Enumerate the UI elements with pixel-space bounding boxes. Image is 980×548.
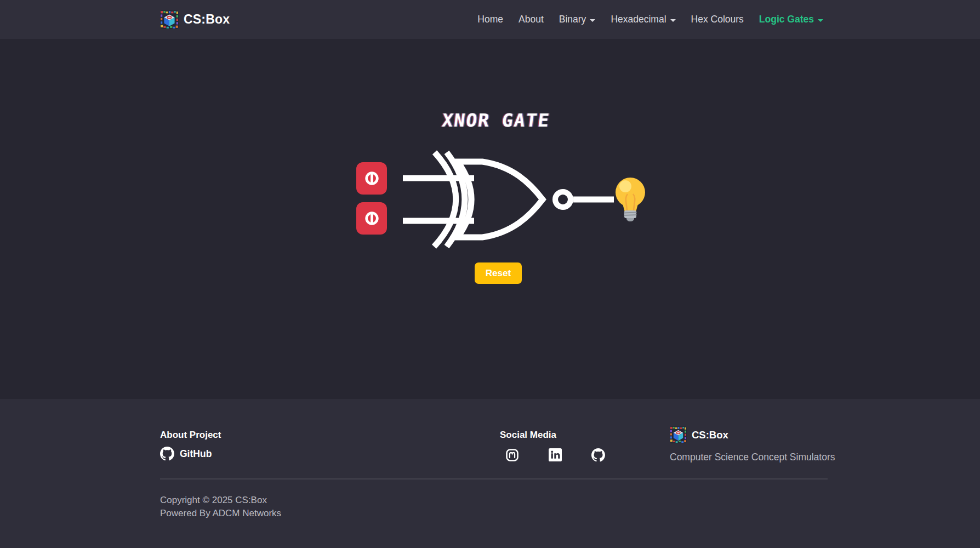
linkedin-icon <box>549 448 562 461</box>
nav-item-label: About <box>519 14 544 25</box>
footer-brand-column: CS:Box Computer Science Concept Simulato… <box>670 426 835 463</box>
linkedin-link[interactable] <box>549 448 562 464</box>
nav-item-label: Binary <box>559 14 586 25</box>
footer-about-column: About Project GitHub <box>160 430 221 461</box>
social-icons-row <box>505 448 609 464</box>
nav-item-logic-gates[interactable]: Logic Gates <box>759 14 823 25</box>
social-media-heading: Social Media <box>500 430 609 441</box>
chevron-down-icon <box>818 19 823 22</box>
github-link-label: GitHub <box>180 448 212 460</box>
footer-tagline: Computer Science Concept Simulators <box>670 452 835 463</box>
csbox-logo-icon <box>670 426 687 443</box>
github-project-link[interactable]: GitHub <box>160 447 221 461</box>
mastodon-icon <box>505 448 519 462</box>
footer-brand-name: CS:Box <box>692 429 728 441</box>
github-icon <box>591 448 605 462</box>
brand-name: CS:Box <box>184 12 230 27</box>
chevron-down-icon <box>670 19 676 22</box>
gate-title: XNOR GATE <box>339 110 654 131</box>
github-icon <box>160 447 174 461</box>
chevron-down-icon <box>590 19 595 22</box>
footer: About Project GitHub Social Media CS:Box <box>0 399 980 548</box>
github-social-link[interactable] <box>591 448 605 464</box>
input-b-toggle-button[interactable] <box>356 202 387 235</box>
footer-brand-row: CS:Box <box>670 426 835 443</box>
reset-button[interactable]: Reset <box>475 262 522 284</box>
nav-item-binary[interactable]: Binary <box>559 14 596 25</box>
power-icon <box>363 170 380 187</box>
input-a-toggle-button[interactable] <box>356 162 387 195</box>
gate-body <box>458 162 543 237</box>
nav-item-hexadecimal[interactable]: Hexadecimal <box>611 14 675 25</box>
nav-item-home[interactable]: Home <box>477 14 503 25</box>
brand-home-link[interactable]: CS:Box <box>160 10 230 29</box>
copyright-text: Copyright © 2025 CS:Box <box>160 494 281 507</box>
footer-divider <box>160 478 828 480</box>
power-icon <box>363 210 380 227</box>
main-nav: Home About Binary Hexadecimal Hex Colour… <box>477 14 823 25</box>
mastodon-link[interactable] <box>505 448 519 464</box>
nav-item-label: Logic Gates <box>759 14 814 25</box>
nav-item-hex-colours[interactable]: Hex Colours <box>691 14 744 25</box>
inversion-bubble <box>555 192 571 207</box>
nav-item-about[interactable]: About <box>519 14 544 25</box>
powered-by-text: Powered By ADCM Networks <box>160 507 281 520</box>
csbox-logo-icon <box>160 10 179 29</box>
about-project-heading: About Project <box>160 430 221 441</box>
nav-item-label: Hex Colours <box>691 14 744 25</box>
nav-item-label: Home <box>477 14 503 25</box>
lightbulb-on-icon <box>614 176 647 222</box>
footer-social-column: Social Media <box>500 430 609 464</box>
footer-copyright-block: Copyright © 2025 CS:Box Powered By ADCM … <box>160 494 281 520</box>
csbox-logic-gate-page: CS:Box Home About Binary Hexadecimal Hex… <box>0 0 980 548</box>
nav-item-label: Hexadecimal <box>611 14 666 25</box>
navbar: CS:Box Home About Binary Hexadecimal Hex… <box>0 0 980 39</box>
